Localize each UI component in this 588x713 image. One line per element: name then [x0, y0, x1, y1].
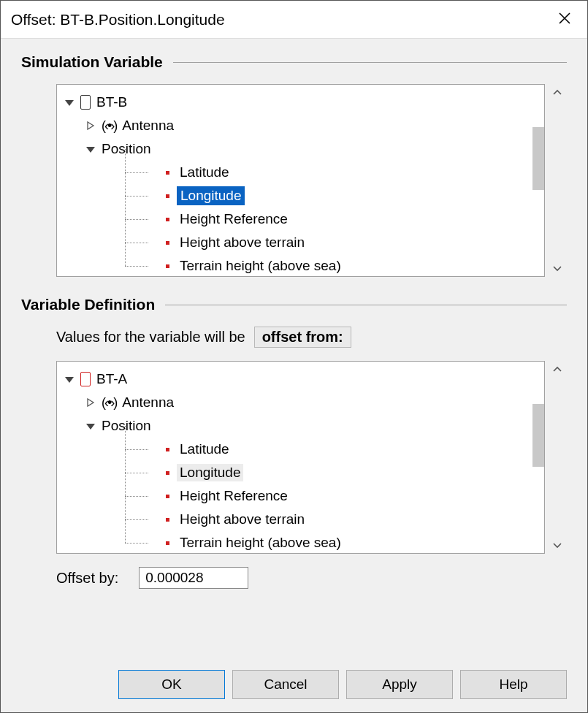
leaf-label: Terrain height (above sea): [177, 534, 344, 552]
ok-button[interactable]: OK: [118, 670, 225, 699]
definition-tree[interactable]: BT-A (‹•›) Antenna: [56, 361, 545, 554]
simulation-tree-container: BT-B (‹•›) Antenna: [56, 84, 567, 277]
tree-leaf-height-ref[interactable]: Height Reference: [125, 207, 541, 231]
divider: [173, 62, 567, 63]
tree-leaf-latitude[interactable]: Latitude: [125, 161, 541, 184]
bullet-icon: [166, 194, 169, 198]
tree-position-row[interactable]: Position: [84, 137, 541, 161]
tree-antenna-row[interactable]: (‹•›) Antenna: [84, 114, 541, 137]
bullet-icon: [166, 471, 169, 475]
tree-line-icon: [125, 461, 159, 484]
scroll-down-icon[interactable]: [549, 536, 566, 554]
device-icon: [80, 372, 91, 386]
tree-leaf-terrain-height[interactable]: Terrain height (above sea): [125, 254, 541, 277]
expand-toggle-icon[interactable]: [85, 421, 96, 431]
help-button[interactable]: Help: [460, 670, 567, 699]
bullet-icon: [166, 218, 169, 221]
bullet-icon: [166, 541, 169, 545]
scrollbar[interactable]: [548, 84, 567, 277]
tree-root-label: BT-B: [96, 94, 127, 110]
position-children: Latitude Longitude H: [125, 161, 541, 277]
section-definition-title: Variable Definition: [21, 296, 155, 313]
expand-toggle-icon[interactable]: [64, 374, 75, 384]
tree-line-icon: [125, 161, 159, 184]
tree-antenna-label: Antenna: [122, 394, 174, 411]
tree-leaf-height-terrain[interactable]: Height above terrain: [125, 231, 541, 254]
leaf-label: Latitude: [177, 164, 232, 181]
tree-antenna-label: Antenna: [122, 118, 174, 134]
offset-from-pill[interactable]: offset from:: [254, 327, 351, 348]
bullet-icon: [166, 518, 169, 522]
scroll-down-icon[interactable]: [549, 259, 566, 277]
leaf-label: Longitude: [177, 464, 243, 481]
section-definition-header: Variable Definition: [21, 296, 567, 313]
tree-position-label: Position: [102, 418, 151, 434]
leaf-label: Terrain height (above sea): [177, 257, 344, 275]
window-title: Offset: BT-B.Position.Longitude: [11, 11, 225, 28]
expand-toggle-icon[interactable]: [85, 144, 96, 154]
values-prefix: Values for the variable will be: [56, 329, 245, 346]
close-button[interactable]: [552, 9, 577, 31]
tree-line-icon: [125, 531, 159, 554]
antenna-icon: (‹•›): [102, 118, 116, 134]
tree-position-row[interactable]: Position: [84, 414, 541, 438]
tree-line-icon: [125, 207, 159, 231]
leaf-label: Height Reference: [177, 487, 291, 505]
tree-root-row[interactable]: BT-B: [63, 91, 541, 114]
tree-root-label: BT-A: [96, 371, 127, 387]
simulation-tree[interactable]: BT-B (‹•›) Antenna: [56, 84, 545, 277]
scrollbar-thumb[interactable]: [532, 404, 545, 467]
scroll-up-icon[interactable]: [549, 84, 566, 102]
cancel-button[interactable]: Cancel: [232, 670, 339, 699]
tree-root-row[interactable]: BT-A: [63, 367, 541, 391]
dialog-buttons: OK Cancel Apply Help: [1, 670, 587, 712]
dialog-window: Offset: BT-B.Position.Longitude Simulati…: [0, 0, 588, 713]
tree-leaf-latitude[interactable]: Latitude: [125, 438, 541, 461]
offset-by-row: Offset by:: [56, 567, 567, 589]
tree-leaf-height-ref[interactable]: Height Reference: [125, 484, 541, 508]
apply-button[interactable]: Apply: [346, 670, 453, 699]
tree-line-icon: [125, 508, 159, 531]
tree-line-icon: [125, 254, 159, 277]
tree-leaf-terrain-height[interactable]: Terrain height (above sea): [125, 531, 541, 554]
scrollbar[interactable]: [548, 361, 567, 554]
tree-antenna-row[interactable]: (‹•›) Antenna: [84, 391, 541, 414]
definition-tree-container: BT-A (‹•›) Antenna: [56, 361, 567, 554]
tree-leaf-height-terrain[interactable]: Height above terrain: [125, 508, 541, 531]
divider: [165, 305, 567, 305]
leaf-label-selected: Longitude: [177, 186, 245, 205]
leaf-label: Height above terrain: [177, 234, 308, 251]
leaf-label: Latitude: [177, 441, 232, 458]
tree-line-icon: [125, 231, 159, 254]
scroll-up-icon[interactable]: [549, 361, 566, 378]
scrollbar-thumb[interactable]: [532, 127, 545, 190]
tree-leaf-longitude[interactable]: Longitude: [125, 461, 541, 484]
bullet-icon: [166, 448, 169, 451]
device-icon: [80, 95, 91, 110]
tree-line-icon: [125, 438, 159, 461]
position-children: Latitude Longitude H: [125, 438, 541, 554]
offset-by-input[interactable]: [139, 567, 248, 589]
leaf-label: Height above terrain: [177, 511, 308, 528]
antenna-icon: (‹•›): [102, 395, 116, 411]
offset-by-label: Offset by:: [56, 570, 118, 587]
leaf-label: Height Reference: [177, 210, 291, 228]
bullet-icon: [166, 264, 169, 268]
section-simulation-header: Simulation Variable: [21, 53, 567, 71]
titlebar: Offset: BT-B.Position.Longitude: [1, 1, 587, 39]
tree-line-icon: [125, 184, 159, 207]
collapse-toggle-icon[interactable]: [85, 397, 96, 408]
tree-line-icon: [125, 484, 159, 508]
tree-position-label: Position: [102, 141, 151, 157]
expand-toggle-icon[interactable]: [64, 97, 75, 107]
bullet-icon: [166, 495, 169, 498]
bullet-icon: [166, 171, 169, 175]
section-simulation-title: Simulation Variable: [21, 53, 163, 71]
values-for-row: Values for the variable will be offset f…: [56, 327, 567, 348]
bullet-icon: [166, 241, 169, 245]
tree-leaf-longitude[interactable]: Longitude: [125, 184, 541, 207]
collapse-toggle-icon[interactable]: [85, 121, 96, 131]
